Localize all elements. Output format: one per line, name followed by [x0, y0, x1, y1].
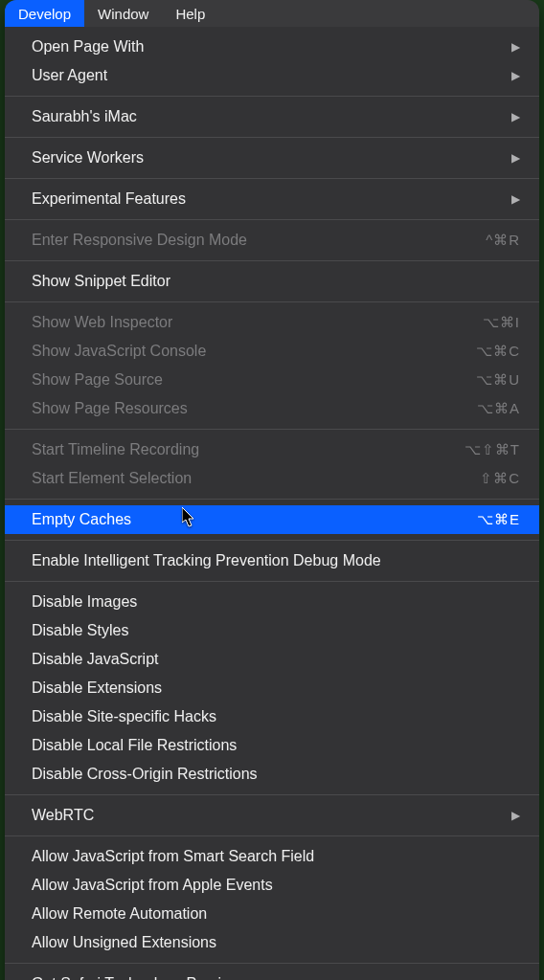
menu-separator [5, 260, 539, 261]
menu-item-disable-styles[interactable]: Disable Styles [5, 616, 539, 645]
menu-item-label: Start Timeline Recording [32, 439, 445, 460]
menu-item-disable-cross-origin[interactable]: Disable Cross-Origin Restrictions [5, 760, 539, 789]
menu-item-snippet-editor[interactable]: Show Snippet Editor [5, 267, 539, 296]
menu-separator [5, 540, 539, 541]
menu-item-label: Disable Local File Restrictions [32, 735, 520, 756]
menu-item-label: Disable Images [32, 591, 520, 612]
menu-item-label: Service Workers [32, 147, 492, 168]
menu-item-shortcut: ⇧⌘C [480, 468, 520, 489]
menu-item-page-source: Show Page Source ⌥⌘U [5, 366, 539, 394]
menu-item-label: Start Element Selection [32, 468, 461, 489]
menu-item-label: WebRTC [32, 805, 492, 826]
submenu-arrow-icon: ▶ [511, 65, 520, 86]
menu-item-label: Saurabh's iMac [32, 106, 492, 127]
menu-item-allow-js-searchfield[interactable]: Allow JavaScript from Smart Search Field [5, 842, 539, 871]
menu-item-shortcut: ⌥⌘C [476, 341, 520, 362]
menu-item-label: Disable JavaScript [32, 649, 520, 670]
menu-item-label: Disable Site-specific Hacks [32, 706, 520, 727]
menu-item-allow-js-appleevents[interactable]: Allow JavaScript from Apple Events [5, 871, 539, 900]
menu-item-page-resources: Show Page Resources ⌥⌘A [5, 394, 539, 423]
menu-item-service-workers[interactable]: Service Workers ▶ [5, 144, 539, 172]
menu-item-label: Enter Responsive Design Mode [32, 230, 466, 251]
menu-item-element-selection: Start Element Selection ⇧⌘C [5, 464, 539, 493]
menu-item-responsive-design-mode: Enter Responsive Design Mode ^⌘R [5, 226, 539, 255]
menu-separator [5, 429, 539, 430]
menu-separator [5, 137, 539, 138]
menu-item-label: Disable Styles [32, 620, 520, 641]
menu-item-label: Show Page Resources [32, 398, 458, 419]
menu-separator [5, 178, 539, 179]
menu-window: Develop Window Help Open Page With ▶ Use… [5, 0, 539, 980]
menu-item-safari-preview[interactable]: Get Safari Technology Preview [5, 969, 539, 980]
submenu-arrow-icon: ▶ [511, 147, 520, 168]
submenu-arrow-icon: ▶ [511, 805, 520, 826]
menu-item-disable-local-file[interactable]: Disable Local File Restrictions [5, 731, 539, 760]
menu-item-disable-site-hacks[interactable]: Disable Site-specific Hacks [5, 702, 539, 731]
menu-item-experimental-features[interactable]: Experimental Features ▶ [5, 185, 539, 213]
menu-item-shortcut: ⌥⌘I [483, 312, 520, 333]
menu-item-label: Allow JavaScript from Smart Search Field [32, 846, 520, 867]
menu-item-label: Empty Caches [32, 509, 458, 530]
menu-separator [5, 499, 539, 500]
submenu-arrow-icon: ▶ [511, 106, 520, 127]
menu-item-label: Show Snippet Editor [32, 271, 520, 292]
menu-item-disable-extensions[interactable]: Disable Extensions [5, 674, 539, 702]
menubar-item-help[interactable]: Help [162, 0, 218, 27]
menu-item-allow-remote-automation[interactable]: Allow Remote Automation [5, 900, 539, 928]
menu-item-disable-images[interactable]: Disable Images [5, 588, 539, 616]
menu-separator [5, 835, 539, 836]
menu-separator [5, 96, 539, 97]
menu-item-shortcut: ⌥⌘A [477, 398, 520, 419]
menu-separator [5, 219, 539, 220]
menu-item-empty-caches[interactable]: Empty Caches ⌥⌘E [5, 505, 539, 534]
menu-item-label: Show Page Source [32, 369, 457, 390]
menu-item-label: Open Page With [32, 36, 492, 57]
menubar-item-window[interactable]: Window [84, 0, 162, 27]
menu-item-webrtc[interactable]: WebRTC ▶ [5, 801, 539, 830]
menu-item-allow-unsigned-extensions[interactable]: Allow Unsigned Extensions [5, 928, 539, 957]
menubar-item-develop[interactable]: Develop [5, 0, 84, 27]
menu-item-web-inspector: Show Web Inspector ⌥⌘I [5, 308, 539, 337]
menu-item-label: Enable Intelligent Tracking Prevention D… [32, 550, 520, 571]
menu-separator [5, 963, 539, 964]
menu-item-shortcut: ⌥⌘E [477, 509, 520, 530]
menu-separator [5, 581, 539, 582]
menu-item-label: Experimental Features [32, 189, 492, 210]
menu-item-itp-debug[interactable]: Enable Intelligent Tracking Prevention D… [5, 546, 539, 575]
menu-item-timeline-recording: Start Timeline Recording ⌥⇧⌘T [5, 435, 539, 464]
menu-item-label: Get Safari Technology Preview [32, 973, 520, 980]
menu-item-js-console: Show JavaScript Console ⌥⌘C [5, 337, 539, 366]
menu-item-label: Allow JavaScript from Apple Events [32, 875, 520, 896]
menu-item-label: Allow Remote Automation [32, 903, 520, 924]
submenu-arrow-icon: ▶ [511, 189, 520, 210]
develop-dropdown: Open Page With ▶ User Agent ▶ Saurabh's … [5, 27, 539, 980]
menu-item-label: Disable Extensions [32, 678, 520, 699]
menu-item-user-agent[interactable]: User Agent ▶ [5, 61, 539, 90]
submenu-arrow-icon: ▶ [511, 36, 520, 57]
menu-separator [5, 794, 539, 795]
menu-item-disable-javascript[interactable]: Disable JavaScript [5, 645, 539, 674]
menu-item-shortcut: ⌥⌘U [476, 369, 520, 390]
menu-item-shortcut: ^⌘R [486, 230, 520, 251]
menubar: Develop Window Help [5, 0, 539, 27]
menu-item-shortcut: ⌥⇧⌘T [465, 439, 520, 460]
menu-item-label: User Agent [32, 65, 492, 86]
menu-separator [5, 301, 539, 302]
menu-item-open-page-with[interactable]: Open Page With ▶ [5, 33, 539, 61]
menu-item-device[interactable]: Saurabh's iMac ▶ [5, 102, 539, 131]
menu-item-label: Show JavaScript Console [32, 341, 457, 362]
menu-item-label: Allow Unsigned Extensions [32, 932, 520, 953]
menu-item-label: Disable Cross-Origin Restrictions [32, 764, 520, 785]
menu-item-label: Show Web Inspector [32, 312, 464, 333]
